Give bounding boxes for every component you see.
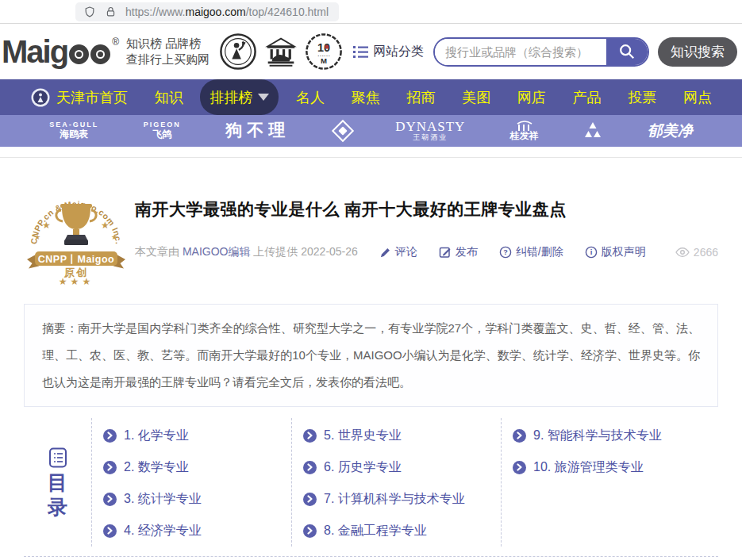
toc-item-tourism-management[interactable]: 10. 旅游管理类专业 [513,451,718,483]
brand-logo-seagull[interactable]: SEA-GULL 海鸥表 [49,121,98,140]
badge-stars: ★★★ [59,276,94,286]
nav-item-investment[interactable]: 招商 [397,79,444,115]
toc-item-label: 7. 计算机科学与技术专业 [324,491,465,508]
brand-logo-dynasty[interactable]: DYNASTY 王朝酒业 [395,120,465,143]
search-button[interactable] [606,39,648,65]
museum-lion-badge-icon [262,33,300,71]
circle-arrow-icon [103,493,117,506]
brand-logo-triangles[interactable] [583,122,602,140]
badge-ribbon-text: CNPP丨Maigoo [38,254,114,265]
search-input[interactable] [435,39,606,65]
correction-label: 纠错/删除 [516,245,563,259]
triangle-emblem-icon [583,122,602,140]
brand-logo-diamond[interactable] [335,123,351,139]
toc-item-computer-science[interactable]: 7. 计算机科学与技术专业 [303,483,501,515]
toc-column-2: 5. 世界史专业 6. 历史学专业 7. 计算机科学与技术专业 8. 金融工程学… [292,418,502,547]
ten-year-badge-icon: 10 • • • • • • M [305,33,343,71]
address-bar[interactable]: https://www.maigoo.com/top/424610.html [75,2,339,21]
article-header: CNPP.cn & Maigoo.com Inc. ★ ★ ★ ★ CNPP丨M… [0,158,742,285]
comment-link[interactable]: 评论 [379,245,417,259]
toc-item-chemistry[interactable]: 1. 化学专业 [103,420,291,451]
nav-item-products[interactable]: 产品 [563,79,611,115]
circle-arrow-icon [513,429,526,443]
nav-item-focus[interactable]: 聚焦 [342,79,390,115]
toc-item-label: 1. 化学专业 [124,428,189,444]
nav-label: 美图 [462,88,490,107]
byline: 本文章由 MAIGOO编辑 上传提供 2022-05-26 [135,245,358,259]
toc-label-char: 录 [48,495,67,519]
editor-link[interactable]: MAIGOO编辑 [183,245,251,258]
nav-item-outlets[interactable]: 网点 [674,79,721,115]
nav-label: 招商 [406,88,435,107]
brand-logo-guifaxiang[interactable]: 桂发祥 [510,121,539,141]
main-nav: 天津市首页 知识 排排榜 名人 聚焦 招商 美图 网店 产品 投票 网点 [0,79,742,115]
brand-logo-strip: SEA-GULL 海鸥表 PIGEON 飞鸽 狗不理 DYNASTY 王朝酒业 … [0,115,742,147]
pencil-icon [379,247,391,259]
url-text[interactable]: https://www.maigoo.com/top/424610.html [125,6,329,18]
nav-label: 排排榜 [210,88,252,107]
nav-item-celebrities[interactable]: 名人 [286,79,334,115]
brand-name-cn: 王朝酒业 [413,134,448,142]
article-main: 南开大学最强的专业是什么 南开十大最好的王牌专业盘点 本文章由 MAIGOO编辑… [129,178,718,285]
brand-logo-yumeijing[interactable]: 郁美净 [648,123,693,140]
view-count: 2666 [675,246,718,259]
correction-link[interactable]: ? 纠错/删除 [499,245,563,259]
eye-icon [675,247,690,258]
svg-text:★: ★ [101,220,110,231]
toc-item-financial-engineering[interactable]: 8. 金融工程学专业 [303,515,501,547]
brand-name-cn: 海鸥表 [60,129,88,140]
maigoo-logo[interactable]: Maig ® [2,25,119,78]
byline-prefix: 本文章由 [135,245,179,258]
article-meta-row: 本文章由 MAIGOO编辑 上传提供 2022-05-26 评论 发布 [135,245,718,259]
brand-logo-goubuli[interactable]: 狗不理 [225,121,290,140]
article-summary: 摘要：南开大学是国内学科门类齐全的综合性、研究型大学之一，有专业学院27个，学科… [24,304,718,407]
circle-arrow-icon [103,461,117,474]
nav-item-shops[interactable]: 网店 [508,79,556,115]
views-number: 2666 [694,246,718,259]
publish-link[interactable]: 发布 [439,245,478,259]
toc-item-statistics[interactable]: 3. 统计学专业 [103,483,291,515]
brand-logo-pigeon[interactable]: PIGEON 飞鸽 [144,121,181,140]
site-category-button[interactable]: 网站分类 [353,44,424,60]
nav-item-gallery[interactable]: 美图 [452,79,500,115]
section-divider [0,147,742,158]
toc-item-history[interactable]: 6. 历史学专业 [303,451,501,483]
summary-label: 摘要： [42,321,78,335]
nav-item-knowledge[interactable]: 知识 [145,79,193,115]
toc-item-intelligent-science[interactable]: 9. 智能科学与技术专业 [513,420,718,451]
toc-item-label: 2. 数学专业 [124,459,189,476]
nav-label: 投票 [628,88,656,107]
maigoo-original-award-badge: CNPP.cn & Maigoo.com Inc. ★ ★ ★ ★ CNPP丨M… [24,178,129,285]
circle-arrow-icon [303,461,317,474]
nav-item-tianjin-home[interactable]: 天津市首页 [21,79,137,115]
knowledge-search-button[interactable]: 知识搜索 [658,37,737,67]
byline-suffix: 上传提供 [253,245,298,258]
nav-item-votes[interactable]: 投票 [618,79,666,115]
toc-label: 目 录 [24,418,92,547]
toc-item-mathematics[interactable]: 2. 数学专业 [103,451,291,483]
circle-arrow-icon [103,524,117,538]
svg-text:M: M [321,56,327,65]
question-circle-icon: ? [499,246,512,259]
diamond-emblem-icon [332,120,354,142]
nav-item-rankings[interactable]: 排排榜 [200,79,279,115]
nav-label: 知识 [155,88,183,107]
table-of-contents: 目 录 1. 化学专业 2. 数学专业 3. 统计学专业 4. 经济学专业 5.… [24,418,718,557]
circle-arrow-icon [513,461,526,474]
gear-o-icon [90,44,110,64]
toc-item-label: 3. 统计学专业 [124,491,202,508]
circle-arrow-icon [103,429,117,443]
copyright-label: 版权声明 [602,245,646,259]
comment-label: 评论 [395,245,417,259]
lock-icon[interactable] [105,6,117,17]
site-category-label: 网站分类 [373,44,424,60]
toc-item-label: 10. 旅游管理类专业 [533,459,644,476]
logo-text: Maig [2,25,67,78]
url-prefix: https://www. [125,6,185,18]
toc-item-world-history[interactable]: 5. 世界史专业 [303,420,501,451]
toc-item-economics[interactable]: 4. 经济学专业 [103,515,291,547]
shield-icon[interactable] [83,6,96,18]
brand-name-cn: 郁美净 [648,123,693,140]
svg-text:★: ★ [111,233,117,241]
copyright-link[interactable]: i 版权声明 [585,245,646,259]
